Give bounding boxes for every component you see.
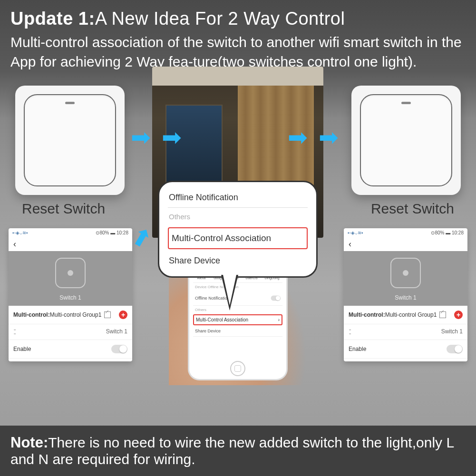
chevron-right-icon: › bbox=[278, 317, 280, 322]
multi-control-row[interactable]: Multi-control:Multi-control Group1 + bbox=[344, 306, 467, 324]
sub-switch-row[interactable]: ⁚⁚ Switch 1 bbox=[9, 324, 132, 340]
callout-bubble: Offline Notification Others Multi-Contro… bbox=[158, 181, 318, 278]
plus-icon[interactable]: + bbox=[454, 311, 463, 319]
footer-note: Note:There is no need to wire the new ad… bbox=[0, 426, 476, 476]
switch-label-right: Reset Switch bbox=[371, 201, 454, 217]
header: Update 1:A New Idea For 2 Way Control bbox=[0, 0, 476, 33]
toggle-switch[interactable] bbox=[271, 296, 281, 301]
multi-control-row[interactable]: Multi-control:Multi-control Group1 + bbox=[9, 306, 132, 324]
switch-name: Switch 1 bbox=[59, 294, 81, 301]
dot-icon bbox=[68, 270, 73, 276]
home-button-icon[interactable] bbox=[230, 361, 245, 376]
edit-icon[interactable] bbox=[439, 311, 446, 318]
toggle-switch[interactable] bbox=[111, 345, 127, 353]
title-rest: A New Idea For 2 Way Control bbox=[95, 9, 345, 29]
status-battery: ⊙80% ▬ 10:28 bbox=[431, 230, 464, 235]
device-icon: ⁚⁚ bbox=[13, 328, 15, 336]
device-icon: ⁚⁚ bbox=[349, 328, 350, 336]
back-button[interactable]: ‹ bbox=[9, 237, 132, 251]
switch-plate bbox=[360, 94, 452, 186]
callout-offline: Offline Notification bbox=[168, 188, 308, 208]
switch-name: Switch 1 bbox=[395, 294, 416, 301]
switch-icon[interactable] bbox=[390, 258, 421, 288]
edit-icon[interactable] bbox=[104, 311, 111, 318]
enable-row: Enable bbox=[9, 340, 132, 359]
phone-right: ▪▫◈⌵≋▪ ⊙80% ▬ 10:28 ‹ Switch 1 Multi-con… bbox=[344, 228, 467, 361]
arrow-right-icon: ➡ bbox=[319, 124, 339, 151]
device-panel: Switch 1 bbox=[9, 251, 132, 306]
status-bar: ▪▫◈⌵≋▪ ⊙80% ▬ 10:28 bbox=[9, 228, 132, 237]
enable-row: Enable bbox=[344, 340, 467, 359]
toggle-switch[interactable] bbox=[447, 345, 463, 353]
callout-tail-icon bbox=[221, 275, 238, 311]
arrow-right-icon: ➡ bbox=[162, 124, 182, 151]
switch-plate bbox=[24, 94, 116, 186]
switch-icon[interactable] bbox=[55, 258, 86, 288]
multi-control-label: Multi-control:Multi-control Group1 bbox=[349, 311, 446, 319]
status-icons: ▪▫◈⌵≋▪ bbox=[348, 230, 363, 235]
callout-multi-highlight: Multi-Control Association bbox=[168, 227, 308, 249]
callout-others: Others bbox=[168, 208, 308, 225]
phone-left: ▪▫◈⌵≋▪ ⊙80% ▬ 10:28 ‹ Switch 1 Multi-con… bbox=[9, 228, 132, 361]
dot-icon bbox=[403, 270, 408, 276]
multi-control-label: Multi-control:Multi-control Group1 bbox=[13, 311, 111, 319]
callout-share: Share Device bbox=[168, 251, 308, 271]
status-icons: ▪▫◈⌵≋▪ bbox=[12, 230, 28, 235]
ceiling bbox=[152, 67, 323, 86]
enable-label: Enable bbox=[349, 346, 366, 352]
plus-icon[interactable]: + bbox=[119, 311, 127, 319]
multi-label: Multi-Control Association bbox=[196, 317, 248, 322]
note-label: Note: bbox=[10, 434, 48, 451]
switch-led-icon bbox=[401, 102, 411, 104]
share-label: Share Device bbox=[195, 329, 221, 333]
physical-switch-right bbox=[351, 86, 461, 195]
note-text: There is no need to wire the new added s… bbox=[10, 435, 454, 467]
status-bar: ▪▫◈⌵≋▪ ⊙80% ▬ 10:28 bbox=[344, 228, 467, 237]
device-panel: Switch 1 bbox=[344, 251, 467, 306]
sub-switch-label: Switch 1 bbox=[106, 328, 127, 336]
sub-switch-row[interactable]: ⁚⁚ Switch 1 bbox=[344, 324, 467, 340]
share-row[interactable]: Share Device bbox=[193, 326, 282, 337]
multi-control-highlight[interactable]: Multi-Control Association› bbox=[193, 314, 282, 325]
back-button[interactable]: ‹ bbox=[344, 237, 467, 251]
page-title: Update 1:A New Idea For 2 Way Control bbox=[10, 9, 466, 29]
stage: Reset Switch Reset Switch ➡ ➡ ➡ ➡ ➡ ▪▫◈⌵… bbox=[0, 76, 476, 333]
arrow-right-icon: ➡ bbox=[131, 124, 151, 151]
enable-label: Enable bbox=[13, 346, 31, 352]
sub-switch-label: Switch 1 bbox=[441, 328, 463, 336]
arrow-right-icon: ➡ bbox=[288, 124, 308, 151]
status-battery: ⊙80% ▬ 10:28 bbox=[96, 230, 128, 235]
title-bold: Update 1: bbox=[10, 9, 95, 29]
physical-switch-left bbox=[15, 86, 125, 195]
switch-led-icon bbox=[65, 102, 75, 104]
switch-label-left: Reset Switch bbox=[22, 201, 105, 217]
